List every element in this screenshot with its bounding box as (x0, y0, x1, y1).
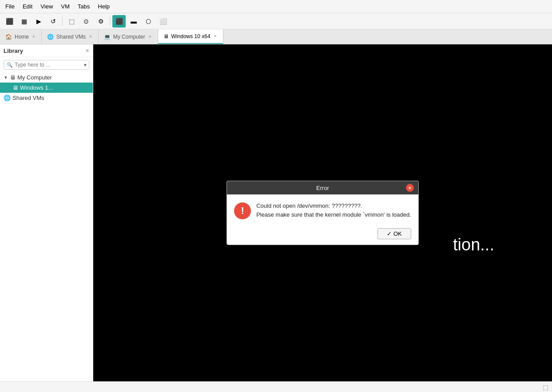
toolbar-btn-4[interactable]: ↺ (47, 15, 60, 28)
tab-my-computer[interactable]: 💻 My Computer × (99, 29, 158, 44)
menu-tabs[interactable]: Tabs (74, 2, 93, 11)
sidebar-header: Library × (0, 44, 93, 57)
tab-shared-vms-label: Shared VMs (56, 34, 86, 40)
tab-windows10[interactable]: 🖥 Windows 10 x64 × (158, 29, 223, 44)
dialog-ok-button[interactable]: ✓ OK (377, 228, 411, 239)
dialog-title: Error (239, 185, 406, 191)
toolbar-btn-8[interactable]: ⬛ (112, 15, 126, 28)
dialog-close-button[interactable]: × (406, 184, 414, 192)
search-icon: 🔍 (7, 62, 13, 68)
toolbar-btn-6[interactable]: ⊙ (79, 15, 93, 28)
tab-home[interactable]: 🏠 Home × (0, 29, 42, 44)
menu-file[interactable]: File (2, 2, 18, 11)
toolbar-btn-3[interactable]: ▶ (32, 15, 45, 28)
search-dropdown-icon[interactable]: ▼ (83, 63, 87, 67)
tab-home-label: Home (15, 34, 29, 40)
tab-shared-vms[interactable]: 🌐 Shared VMs × (42, 29, 99, 44)
tree-my-computer-label: My Computer (17, 74, 52, 81)
tree-item-windows1[interactable]: 🖥 Windows 1... (0, 83, 93, 93)
toolbar-btn-10[interactable]: ⬡ (142, 15, 155, 28)
tab-my-computer-label: My Computer (113, 34, 145, 40)
toolbar-btn-9[interactable]: ▬ (127, 15, 140, 28)
toolbar-btn-5[interactable]: ⬚ (65, 15, 78, 28)
home-tab-icon: 🏠 (5, 34, 12, 40)
dialog-overlay: Error × ! Could not open /dev/vmmon: ???… (93, 44, 552, 381)
tab-windows10-label: Windows 10 x64 (171, 33, 210, 40)
search-input[interactable] (15, 62, 81, 68)
error-icon: ! (234, 202, 251, 219)
menu-vm[interactable]: VM (57, 2, 73, 11)
tree-windows1-label: Windows 1... (20, 84, 53, 91)
dialog-titlebar: Error × (227, 181, 418, 194)
toolbar-sep-2 (110, 17, 110, 26)
ok-checkmark-icon: ✓ (387, 230, 392, 237)
toolbar: ⬛ ▦ ▶ ↺ ⬚ ⊙ ⚙ ⬛ ▬ ⬡ ⬜ (0, 13, 552, 29)
sidebar-title: Library (4, 48, 23, 54)
shared-vms-tab-icon: 🌐 (47, 34, 54, 40)
tab-home-close[interactable]: × (32, 34, 36, 40)
search-box: 🔍 ▼ (4, 60, 89, 70)
toolbar-btn-7[interactable]: ⚙ (94, 15, 107, 28)
error-dialog: Error × ! Could not open /dev/vmmon: ???… (226, 181, 419, 245)
windows10-tab-icon: 🖥 (163, 33, 169, 40)
statusbar-icon: ⬚ (543, 384, 548, 391)
tree-item-shared-vms[interactable]: 🌐 Shared VMs (0, 93, 93, 103)
dialog-footer: ✓ OK (227, 225, 418, 245)
tree-shared-vms-label: Shared VMs (12, 95, 44, 101)
tree-vm-icon: 🖥 (12, 84, 18, 91)
sidebar: Library × 🔍 ▼ ▼ 🖥 My Computer 🖥 Windows … (0, 44, 93, 381)
tree-shared-icon: 🌐 (4, 95, 11, 101)
toolbar-sep-1 (62, 17, 63, 26)
menu-help[interactable]: Help (94, 2, 113, 11)
tree-item-my-computer[interactable]: ▼ 🖥 My Computer (0, 72, 93, 83)
toolbar-btn-2[interactable]: ▦ (17, 15, 31, 28)
sidebar-close-btn[interactable]: × (86, 47, 89, 54)
tabbar: 🏠 Home × 🌐 Shared VMs × 💻 My Computer × … (0, 29, 552, 44)
tab-shared-vms-close[interactable]: × (88, 34, 93, 40)
dialog-message: Could not open /dev/vmmon: ?????????. Pl… (256, 202, 411, 219)
tree-computer-icon: 🖥 (10, 74, 16, 81)
dialog-body: ! Could not open /dev/vmmon: ?????????. … (227, 194, 418, 225)
menubar: File Edit View VM Tabs Help (0, 0, 552, 13)
content-area: te® tion... Error × ! Could not open /de… (93, 44, 552, 381)
tree-expand-icon: ▼ (4, 75, 8, 80)
menu-view[interactable]: View (37, 2, 56, 11)
statusbar: ⬚ (0, 381, 552, 392)
toolbar-btn-11[interactable]: ⬜ (156, 15, 170, 28)
tab-my-computer-close[interactable]: × (148, 34, 152, 40)
main-layout: Library × 🔍 ▼ ▼ 🖥 My Computer 🖥 Windows … (0, 44, 552, 381)
tab-windows10-close[interactable]: × (213, 33, 218, 39)
toolbar-btn-1[interactable]: ⬛ (3, 15, 16, 28)
ok-label: OK (393, 230, 402, 237)
menu-edit[interactable]: Edit (19, 2, 36, 11)
my-computer-tab-icon: 💻 (104, 34, 111, 40)
